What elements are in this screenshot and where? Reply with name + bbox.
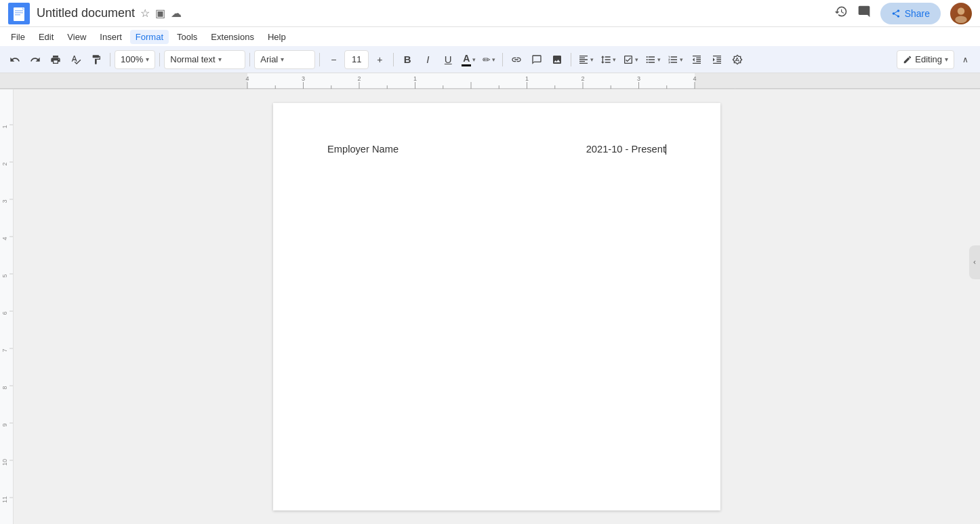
clear-format-button[interactable] (728, 50, 747, 69)
text-color-indicator (462, 64, 471, 66)
doc-title-area: Untitled document ☆ ▣ ☁ (37, 6, 834, 20)
line-spacing-button[interactable]: ▾ (598, 50, 619, 69)
highlight-button[interactable]: ✏ ▾ (480, 50, 498, 69)
date-range: 2021-10 - Present (586, 144, 666, 155)
menu-bar: File Edit View Insert Format Tools Exten… (0, 27, 980, 46)
sep4 (319, 53, 320, 66)
indent-decrease-button[interactable] (687, 50, 706, 69)
text-style-arrow: ▾ (218, 56, 222, 63)
insert-comment-button[interactable] (527, 50, 546, 69)
font-size-box[interactable]: 11 (344, 50, 369, 69)
svg-rect-2 (15, 10, 23, 12)
text-color-button[interactable]: A ▾ (459, 50, 478, 69)
insert-image-button[interactable] (548, 50, 567, 69)
font-size-value: 11 (352, 54, 361, 64)
underline-button[interactable]: U (438, 50, 457, 69)
page-content: Employer Name 2021-10 - Present (327, 144, 666, 155)
google-docs-logo (8, 3, 30, 24)
cloud-save-icon[interactable]: ☁ (171, 7, 182, 20)
indent-increase-button[interactable] (708, 50, 727, 69)
menu-tools[interactable]: Tools (171, 30, 203, 44)
text-style-value: Normal text (170, 54, 215, 64)
print-button[interactable] (46, 50, 65, 69)
sep2 (159, 53, 160, 66)
zoom-dropdown[interactable]: 100% ▾ (115, 50, 155, 69)
star-icon[interactable]: ☆ (140, 7, 150, 20)
doc-title[interactable]: Untitled document (37, 6, 135, 20)
zoom-value: 100% (121, 54, 143, 64)
sep5 (393, 53, 394, 66)
undo-button[interactable] (5, 50, 24, 69)
sep7 (571, 53, 571, 66)
zoom-arrow: ▾ (146, 56, 149, 63)
editing-mode-label: Editing (915, 54, 942, 64)
share-button[interactable]: Share (880, 3, 941, 24)
svg-point-7 (955, 16, 967, 23)
font-dropdown[interactable]: Arial ▾ (254, 50, 315, 69)
menu-file[interactable]: File (5, 30, 30, 44)
increase-font-button[interactable]: + (370, 50, 389, 69)
menu-insert[interactable]: Insert (94, 30, 127, 44)
title-icons: ☆ ▣ ☁ (140, 7, 182, 20)
insert-link-button[interactable] (507, 50, 526, 69)
bold-button[interactable]: B (398, 50, 417, 69)
collapse-toolbar-button[interactable]: ∧ (956, 50, 975, 69)
numbered-list-button[interactable]: ▾ (665, 50, 686, 69)
italic-button[interactable]: I (418, 50, 437, 69)
history-button[interactable] (834, 5, 848, 22)
sep6 (502, 53, 503, 66)
svg-point-6 (958, 7, 965, 15)
sidebar-toggle-button[interactable] (969, 245, 980, 279)
doc-scroll[interactable]: Employer Name 2021-10 - Present (14, 89, 980, 524)
sep3 (249, 53, 250, 66)
menu-extensions[interactable]: Extensions (205, 30, 260, 44)
bullet-list-button[interactable]: ▾ (642, 50, 663, 69)
title-bar: Untitled document ☆ ▣ ☁ Share (0, 0, 980, 27)
menu-view[interactable]: View (62, 30, 91, 44)
share-label: Share (905, 8, 930, 19)
menu-help[interactable]: Help (262, 30, 291, 44)
user-avatar[interactable] (950, 3, 972, 24)
menu-edit[interactable]: Edit (33, 30, 59, 44)
redo-button[interactable] (26, 50, 45, 69)
ruler-canvas (0, 73, 980, 89)
paint-format-button[interactable] (87, 50, 106, 69)
document-page[interactable]: Employer Name 2021-10 - Present (273, 103, 720, 510)
toolbar: 100% ▾ Normal text ▾ Arial ▾ − 11 + B I … (0, 46, 980, 73)
left-ruler (0, 89, 14, 524)
text-cursor (666, 144, 666, 155)
sep1 (110, 53, 110, 66)
font-arrow: ▾ (281, 56, 284, 63)
decrease-font-button[interactable]: − (324, 50, 343, 69)
svg-rect-4 (15, 14, 20, 16)
employer-name[interactable]: Employer Name (327, 144, 399, 155)
editing-mode-arrow: ▾ (945, 56, 948, 63)
checklist-button[interactable]: ▾ (620, 50, 641, 69)
font-value: Arial (260, 54, 278, 64)
drive-icon[interactable]: ▣ (155, 7, 165, 20)
editing-mode-dropdown[interactable]: Editing ▾ (897, 50, 954, 69)
spellcheck-button[interactable] (66, 50, 85, 69)
left-ruler-canvas (0, 89, 14, 524)
menu-format[interactable]: Format (130, 30, 169, 44)
header-right: Share (834, 3, 972, 24)
align-button[interactable]: ▾ (575, 50, 596, 69)
comment-button[interactable] (857, 5, 871, 22)
svg-rect-3 (15, 12, 23, 14)
doc-area: Employer Name 2021-10 - Present (0, 89, 980, 524)
ruler (0, 73, 980, 89)
text-style-dropdown[interactable]: Normal text ▾ (164, 50, 245, 69)
